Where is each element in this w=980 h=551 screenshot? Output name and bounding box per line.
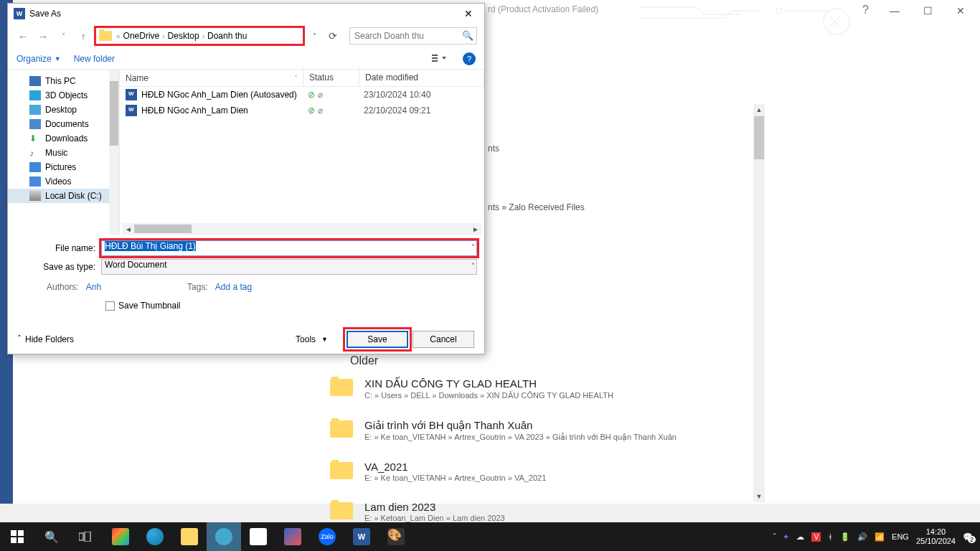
- tray-icon[interactable]: ✦: [783, 532, 789, 542]
- breadcrumb-item[interactable]: Doanh thu: [207, 31, 247, 41]
- scroll-thumb[interactable]: [110, 81, 118, 146]
- hide-folders-button[interactable]: ˆHide Folders: [18, 334, 74, 344]
- tree-music[interactable]: ♪Music: [8, 146, 119, 160]
- file-row[interactable]: HĐLĐ NGoc Anh_Lam Dien (Autosaved) ⊘⌀ 23…: [120, 87, 484, 103]
- minimize-button[interactable]: —: [878, 0, 911, 22]
- download-icon: ⬇: [29, 133, 41, 143]
- search-icon[interactable]: 🔍: [462, 30, 473, 41]
- scroll-down-icon[interactable]: ▼: [753, 491, 765, 502]
- recent-item[interactable]: Giải trình với BH quận Thanh XuânE: » Ke…: [330, 415, 760, 446]
- col-name[interactable]: Nameˆ: [120, 70, 303, 86]
- unikey-icon[interactable]: V: [811, 532, 821, 542]
- chevron-down-icon[interactable]: ˅: [471, 262, 475, 270]
- tree-local-disk-c[interactable]: Local Disk (C:): [8, 189, 119, 203]
- folder-tree[interactable]: This PC 3D Objects Desktop Documents ⬇Do…: [8, 70, 120, 235]
- nav-history-dropdown[interactable]: ˅: [55, 27, 71, 44]
- battery-icon[interactable]: 🔋: [840, 532, 850, 542]
- nav-forward-button[interactable]: →: [35, 27, 51, 44]
- col-status[interactable]: Status: [303, 70, 359, 86]
- scroll-left-icon[interactable]: ◄: [123, 225, 134, 233]
- taskbar-word[interactable]: W: [344, 522, 379, 551]
- cancel-button[interactable]: Cancel: [413, 331, 474, 348]
- recent-item[interactable]: VA_2021E: » Ke toan_VIETANH » Artrex_Gou…: [330, 456, 760, 486]
- maximize-button[interactable]: ☐: [911, 0, 944, 22]
- bluetooth-icon[interactable]: ᚼ: [828, 532, 833, 541]
- help-button[interactable]: ?: [463, 52, 476, 65]
- scroll-up-icon[interactable]: ▲: [753, 104, 765, 116]
- scroll-thumb[interactable]: [754, 116, 764, 159]
- breadcrumb-item[interactable]: OneDrive: [123, 31, 160, 41]
- tags-value[interactable]: Add a tag: [215, 282, 252, 292]
- col-date[interactable]: Date modified: [359, 70, 484, 86]
- volume-icon[interactable]: 🔊: [857, 532, 867, 542]
- taskbar-paint[interactable]: 🎨: [379, 522, 413, 551]
- save-type-select[interactable]: Word Document ˅: [101, 259, 477, 275]
- file-row[interactable]: HĐLĐ NGoc Anh_Lam Dien ⊘⌀ 22/10/2024 09:…: [120, 103, 484, 118]
- notifications-button[interactable]: 💬2: [963, 532, 973, 542]
- taskbar-explorer[interactable]: [172, 522, 207, 551]
- older-heading: Older: [350, 354, 760, 367]
- system-tray: ˆ ✦ ☁ V ᚼ 🔋 🔊 📶 ENG 14:2025/10/2024 💬2: [773, 527, 980, 546]
- save-button[interactable]: Save: [347, 331, 408, 348]
- view-options-button[interactable]: [428, 51, 450, 67]
- nav-back-button[interactable]: ←: [15, 27, 31, 44]
- dialog-close-button[interactable]: ✕: [458, 5, 479, 22]
- new-folder-button[interactable]: New folder: [74, 54, 115, 64]
- task-view-button[interactable]: [69, 522, 103, 551]
- taskbar-edge[interactable]: [138, 522, 172, 551]
- tree-3d-objects[interactable]: 3D Objects: [8, 88, 119, 103]
- onedrive-icon[interactable]: ☁: [796, 532, 804, 542]
- chevron-down-icon[interactable]: ˅: [471, 243, 475, 251]
- wifi-icon[interactable]: 📶: [875, 532, 885, 542]
- tree-scrollbar[interactable]: [109, 70, 119, 235]
- breadcrumb[interactable]: « OneDrive › Desktop › Doanh thu: [95, 27, 303, 44]
- folder-icon: [330, 502, 353, 519]
- folder-icon: [330, 462, 353, 479]
- svg-rect-9: [79, 533, 83, 540]
- sync-status-icon: ⊘⌀: [308, 105, 364, 116]
- file-name-input[interactable]: HĐLĐ Bùi Thị Giang (1) ˅: [101, 240, 477, 256]
- recent-scrollbar[interactable]: ▲ ▼: [753, 104, 765, 502]
- scroll-right-icon[interactable]: ►: [470, 225, 481, 233]
- help-icon[interactable]: ?: [862, 4, 869, 17]
- start-button[interactable]: [0, 522, 34, 551]
- tree-pictures[interactable]: Pictures: [8, 160, 119, 174]
- taskbar-zalo[interactable]: Zalo: [310, 522, 344, 551]
- close-button[interactable]: ✕: [944, 0, 977, 22]
- tags-label: Tags:: [187, 282, 208, 292]
- dialog-form: File name: HĐLĐ Bùi Thị Giang (1) ˅ Save…: [8, 235, 484, 316]
- svg-rect-6: [18, 530, 24, 536]
- taskbar-app[interactable]: [275, 522, 310, 551]
- tree-videos[interactable]: Videos: [8, 174, 119, 189]
- nav-up-button[interactable]: ↑: [75, 27, 91, 44]
- tray-chevron-icon[interactable]: ˆ: [773, 532, 776, 541]
- tree-desktop[interactable]: Desktop: [8, 103, 119, 117]
- refresh-button[interactable]: ⟳: [325, 27, 341, 44]
- search-button[interactable]: 🔍: [34, 522, 69, 551]
- taskbar: 🔍 Zalo W 🎨 ˆ ✦ ☁ V ᚼ 🔋 🔊 📶 ENG 14:2025/1…: [0, 522, 980, 551]
- language-indicator[interactable]: ENG: [892, 532, 909, 541]
- search-box[interactable]: 🔍: [349, 27, 477, 44]
- taskbar-app[interactable]: [241, 522, 275, 551]
- chevron-down-icon: ▼: [321, 336, 328, 343]
- save-thumbnail-checkbox[interactable]: [105, 301, 115, 311]
- sort-indicator-icon: ˆ: [295, 75, 297, 82]
- cube-icon: [29, 90, 41, 100]
- scroll-thumb[interactable]: [134, 225, 192, 233]
- taskbar-app-active[interactable]: [207, 522, 241, 551]
- authors-value[interactable]: Anh: [86, 282, 101, 292]
- clock[interactable]: 14:2025/10/2024: [916, 527, 956, 546]
- taskbar-app[interactable]: [103, 522, 138, 551]
- breadcrumb-dropdown[interactable]: ˅: [308, 27, 321, 44]
- search-input[interactable]: [354, 28, 459, 44]
- tools-dropdown[interactable]: Tools▼: [296, 334, 328, 344]
- dialog-main: This PC 3D Objects Desktop Documents ⬇Do…: [8, 70, 484, 235]
- tree-documents[interactable]: Documents: [8, 117, 119, 131]
- organize-button[interactable]: Organize▼: [17, 54, 61, 64]
- breadcrumb-item[interactable]: Desktop: [168, 31, 199, 41]
- tree-downloads[interactable]: ⬇Downloads: [8, 131, 119, 146]
- folder-icon: [330, 420, 353, 438]
- file-h-scrollbar[interactable]: ◄ ►: [123, 223, 481, 235]
- recent-item[interactable]: XIN DẤU CÔNG TY GLAD HEALTHC: » Users » …: [330, 373, 760, 405]
- tree-this-pc[interactable]: This PC: [8, 74, 119, 88]
